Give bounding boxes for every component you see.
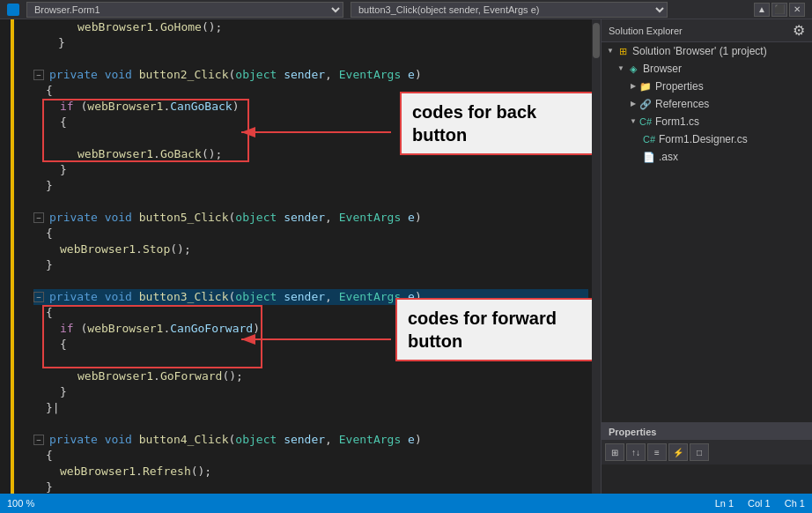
title-bar-icon (7, 4, 19, 16)
code-line: { (33, 448, 588, 464)
class-dropdown[interactable]: Browser.Form1 (26, 2, 343, 18)
cs-file-icon: C# (639, 115, 653, 129)
properties-btn-sort[interactable]: ↑↓ (626, 443, 646, 461)
title-bar: Browser.Form1 button3_Click(object sende… (0, 0, 812, 19)
status-bar: 100 % Ln 1 Col 1 Ch 1 (0, 494, 812, 513)
expand-browser: ▼ (616, 63, 626, 74)
tree-item-references[interactable]: ▶ 🔗 References (602, 95, 812, 113)
properties-btn-events[interactable]: ⚡ (668, 443, 688, 461)
collapse-icon-1[interactable]: − (33, 70, 44, 80)
properties-btn-grid[interactable]: ⊞ (605, 443, 624, 461)
code-line: − private void button2_Click(object send… (33, 67, 588, 83)
minimize-button[interactable]: ▲ (754, 3, 770, 17)
tree-item-browser[interactable]: ▼ ◈ Browser (602, 60, 812, 78)
code-line (33, 194, 588, 210)
collapse-column (14, 19, 30, 494)
expand-form1: ▼ (628, 116, 639, 127)
right-panel: Solution Explorer ⚙ ▼ ⊞ Solution 'Browse… (601, 19, 812, 494)
close-button[interactable]: ✕ (789, 3, 805, 17)
tree-item-form1[interactable]: ▼ C# Form1.cs (602, 113, 812, 130)
vertical-scrollbar[interactable] (592, 19, 601, 494)
properties-btn-props[interactable]: ≡ (647, 443, 667, 461)
code-line: } (33, 35, 588, 51)
code-line (33, 416, 588, 432)
title-bar-buttons: ▲ ⬛ ✕ (754, 3, 805, 17)
code-line: − private void button5_Click(object send… (33, 210, 588, 226)
folder-icon: 📁 (639, 79, 653, 93)
main-content: webBrowser1.GoHome(); } − private void b… (0, 19, 812, 494)
code-line: } (33, 257, 588, 273)
split-button[interactable]: ⬛ (771, 3, 787, 17)
solution-explorer: Solution Explorer ⚙ ▼ ⊞ Solution 'Browse… (602, 19, 812, 423)
code-line: } (33, 162, 588, 178)
tree-item-solution[interactable]: ▼ ⊞ Solution 'Browser' (1 project) (602, 42, 812, 60)
project-icon: ◈ (626, 62, 640, 76)
tree-item-properties[interactable]: ▶ 📁 Properties (602, 78, 812, 95)
solution-icon: ⊞ (616, 44, 630, 58)
forward-annotation: codes for forward button (395, 298, 592, 361)
code-line (33, 51, 588, 67)
tree-item-form1designer[interactable]: C# Form1.Designer.cs (602, 130, 812, 148)
code-line (33, 273, 588, 289)
properties-header: Properties (602, 424, 812, 440)
method-dropdown[interactable]: button3_Click(object sender, EventArgs e… (351, 2, 668, 18)
code-line: webBrowser1.Stop(); (33, 242, 588, 257)
collapse-icon-4[interactable]: − (33, 435, 44, 445)
code-line: } (33, 480, 588, 494)
code-line: { (33, 226, 588, 242)
form1designer-icon: C# (642, 132, 656, 146)
expand-properties: ▶ (628, 81, 639, 92)
properties-panel: Properties ⊞ ↑↓ ≡ ⚡ □ (602, 423, 812, 494)
expand-references: ▶ (628, 99, 639, 109)
tree-item-asx[interactable]: 📄 .asx (602, 148, 812, 166)
back-annotation: codes for back button (400, 92, 592, 155)
code-line: − private void button4_Click(object send… (33, 432, 588, 448)
properties-btn-settings[interactable]: □ (690, 443, 709, 461)
collapse-icon-3[interactable]: − (33, 292, 44, 302)
code-line: }| (33, 400, 588, 416)
left-margin (0, 19, 11, 494)
code-line: webBrowser1.Refresh(); (33, 464, 588, 480)
asx-icon: 📄 (642, 150, 656, 164)
code-line: webBrowser1.GoHome(); (33, 19, 588, 35)
code-line: } (33, 384, 588, 400)
expand-solution: ▼ (605, 46, 616, 56)
code-editor: webBrowser1.GoHome(); } − private void b… (0, 19, 601, 494)
references-icon: 🔗 (639, 97, 653, 111)
collapse-icon-2[interactable]: − (33, 212, 44, 223)
code-content[interactable]: webBrowser1.GoHome(); } − private void b… (30, 19, 592, 494)
properties-toolbar: ⊞ ↑↓ ≡ ⚡ □ (602, 440, 812, 465)
code-line: } (33, 178, 588, 194)
solution-explorer-header: Solution Explorer ⚙ (602, 19, 812, 42)
code-line: webBrowser1.GoForward(); (33, 368, 588, 384)
